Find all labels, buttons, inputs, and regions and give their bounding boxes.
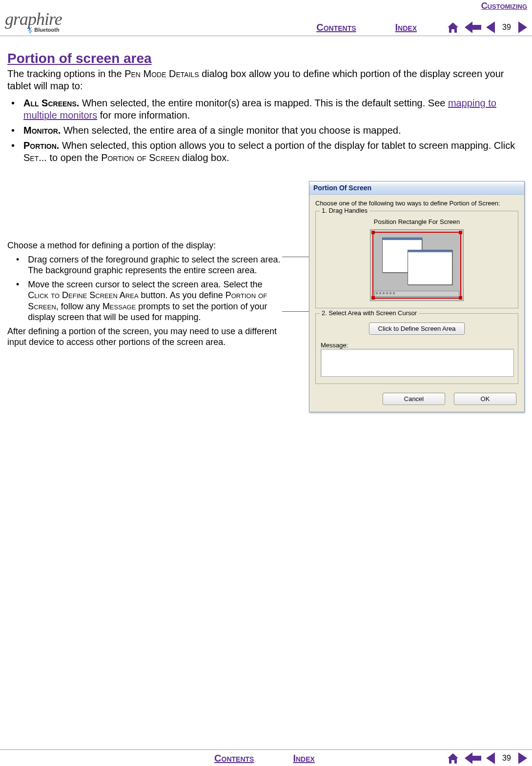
logo-text: graphire [5, 11, 62, 27]
option-monitor: Monitor. When selected, the entire area … [7, 124, 525, 137]
option-portion: Portion. When selected, this option allo… [7, 140, 525, 164]
message-textbox [321, 349, 514, 377]
dialog-instruction: Choose one of the following two ways to … [315, 200, 518, 207]
footer-page-number: 39 [500, 754, 513, 763]
portion-of-screen-dialog: Portion Of Screen Choose one of the foll… [309, 181, 525, 412]
option-all-screens: All Screens. When selected, the entire m… [7, 97, 525, 121]
select-area-group: 2. Select Area with Screen Cursor Click … [315, 313, 518, 384]
screen-preview[interactable] [370, 229, 464, 301]
options-list: All Screens. When selected, the entire m… [7, 97, 525, 164]
footer-contents-link[interactable]: Contents [214, 753, 254, 764]
detail-text: Choose a method for defining a portion o… [7, 181, 282, 351]
selection-rectangle[interactable] [372, 232, 461, 299]
footer-index-link[interactable]: Index [293, 753, 314, 764]
contents-link[interactable]: Contents [316, 22, 356, 33]
logo-subtext: Bluetooth [28, 27, 59, 33]
select-area-legend: 2. Select Area with Screen Cursor [320, 309, 419, 317]
page-title: Portion of screen area [7, 51, 525, 66]
page-number: 39 [500, 23, 513, 32]
footer-next-page-icon[interactable] [518, 752, 527, 764]
intro-paragraph: The tracking options in the Pen Mode Det… [7, 68, 525, 92]
resize-handle-sw[interactable] [371, 296, 375, 300]
page-content: Portion of screen area The tracking opti… [0, 36, 532, 417]
resize-handle-se[interactable] [459, 296, 462, 300]
detail-after-note: After defining a portion of the screen, … [7, 326, 282, 348]
footer-home-icon[interactable] [446, 752, 460, 764]
detail-bullet-cursor: Move the screen cursor to select the scr… [7, 279, 282, 323]
dialog-titlebar: Portion Of Screen [309, 181, 524, 195]
page-footer: Contents Index 39 [0, 749, 532, 764]
drag-handles-group: 1. Drag Handles Position Rectangle For S… [315, 211, 518, 308]
drag-handles-legend: 1. Drag Handles [320, 207, 369, 214]
ok-button[interactable]: OK [454, 393, 516, 405]
detail-bullet-drag: Drag corners of the foreground graphic t… [7, 254, 282, 276]
product-logo: graphire Bluetooth [5, 11, 62, 33]
next-page-icon[interactable] [518, 21, 527, 33]
header-page-nav: 39 [446, 21, 527, 33]
section-link-customizing[interactable]: Customizing [481, 1, 527, 11]
resize-handle-nw[interactable] [371, 231, 375, 234]
position-rectangle-label: Position Rectangle For Screen [321, 218, 513, 225]
footer-nav-links: Contents Index [83, 753, 446, 764]
footer-prev-page-icon[interactable] [486, 752, 495, 764]
detail-section: Choose a method for defining a portion o… [7, 181, 525, 412]
page-header: Customizing graphire Bluetooth Contents … [0, 0, 532, 36]
click-define-screen-area-button[interactable]: Click to Define Screen Area [369, 323, 465, 335]
big-back-icon[interactable] [465, 21, 481, 33]
prev-page-icon[interactable] [486, 21, 495, 33]
footer-page-nav: 39 [446, 752, 527, 764]
header-nav-links: Contents Index [316, 22, 417, 33]
message-label: Message: [321, 342, 513, 349]
resize-handle-ne[interactable] [459, 231, 462, 234]
home-icon[interactable] [446, 21, 460, 33]
footer-big-back-icon[interactable] [465, 752, 481, 764]
detail-heading: Choose a method for defining a portion o… [7, 240, 282, 251]
cancel-button[interactable]: Cancel [383, 393, 445, 405]
page: Customizing graphire Bluetooth Contents … [0, 0, 532, 766]
index-link[interactable]: Index [395, 22, 417, 33]
